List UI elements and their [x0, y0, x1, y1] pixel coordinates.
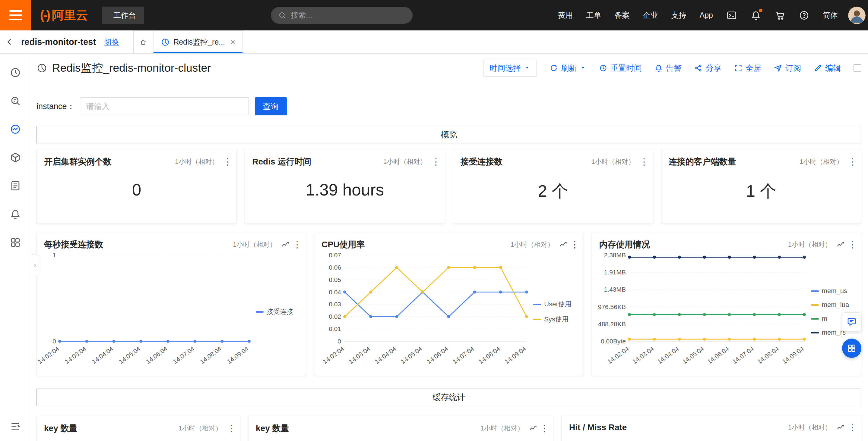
legend-item[interactable]: Sys使用 [533, 315, 582, 324]
nav-enterprise[interactable]: 企业 [643, 10, 658, 20]
time-range-label: 1小时（相对） [233, 240, 276, 249]
more-menu-icon[interactable]: ⋮ [848, 157, 855, 166]
topbar: (-) 阿里云 工作台 费用 工单 备案 企业 支持 App [0, 0, 868, 30]
more-menu-icon[interactable]: ⋮ [223, 157, 230, 166]
topbar-search[interactable] [271, 7, 412, 24]
tab-redis-monitor[interactable]: Redis监控_re... × [153, 30, 243, 53]
help-icon[interactable] [799, 10, 809, 21]
search-input[interactable] [291, 11, 405, 20]
refresh-button[interactable]: 刷新 [550, 63, 586, 73]
svg-text:0.06: 0.06 [329, 264, 341, 271]
more-menu-icon[interactable]: ⋮ [848, 423, 855, 432]
line-chart: 0.070.060.050.040.030.020.01014:02:0414:… [316, 251, 532, 369]
card-title: 内存使用情况 [599, 239, 788, 250]
legend-color-dash [256, 311, 264, 313]
subscribe-icon [774, 64, 782, 72]
history-icon[interactable] [10, 67, 21, 78]
svg-text:2.38MB: 2.38MB [604, 251, 625, 259]
cloudshell-icon[interactable] [726, 10, 737, 21]
card-title: 每秒接受连接数 [44, 239, 233, 250]
nav-support[interactable]: 支持 [671, 10, 686, 20]
chart-card-cpu-usage: CPU使用率 1小时（相对） ⋮ 0.070.060.050.040.030.0… [314, 232, 584, 376]
trend-toggle-icon[interactable] [836, 240, 845, 249]
legend-item[interactable]: User使用 [533, 300, 582, 309]
svg-text:14:08:04: 14:08:04 [477, 345, 501, 365]
fullscreen-icon [734, 64, 743, 72]
svg-text:1: 1 [53, 251, 56, 259]
widget-launcher-button[interactable] [842, 339, 861, 358]
trend-toggle-icon[interactable] [559, 240, 567, 249]
aliyun-logo[interactable]: (-) 阿里云 [40, 7, 88, 24]
time-range-label: 1小时（相对） [800, 157, 843, 166]
svg-text:0: 0 [338, 338, 341, 345]
svg-text:14:04:04: 14:04:04 [373, 345, 398, 365]
legend-color-dash [811, 332, 819, 334]
collapse-sidebar-icon[interactable] [10, 420, 21, 432]
nav-tickets[interactable]: 工单 [586, 10, 601, 20]
instance-input[interactable] [80, 97, 249, 115]
time-range-label: 1小时（相对） [788, 240, 832, 249]
apps-grid-icon[interactable] [10, 237, 21, 248]
notification-bell-icon[interactable] [750, 10, 761, 21]
reset-time-icon [599, 64, 608, 72]
product-cube-icon[interactable] [10, 152, 21, 163]
time-select-button[interactable]: 时间选择 [483, 60, 537, 76]
caret-down-icon [580, 64, 586, 73]
query-button[interactable]: 查询 [255, 97, 287, 115]
language-switch[interactable]: 简体 [823, 10, 838, 20]
chart-legend: User使用Sys使用 [532, 251, 582, 373]
fullscreen-button[interactable]: 全屏 [734, 63, 761, 73]
edit-button[interactable]: 编辑 [814, 63, 841, 73]
back-button[interactable] [0, 30, 19, 53]
stat-card: 开启集群实例个数 1小时（相对） ⋮ 0 [36, 149, 237, 224]
more-menu-icon[interactable]: ⋮ [570, 240, 577, 249]
share-button[interactable]: 分享 [694, 63, 721, 73]
panel-collapse-icon[interactable] [854, 64, 861, 72]
tab-home[interactable] [133, 30, 153, 53]
main-content: Redis监控_redis-monitor-cluster 时间选择 刷新 重 [31, 54, 868, 441]
cart-icon[interactable] [775, 10, 785, 21]
edit-label: 编辑 [825, 63, 841, 73]
svg-text:0.07: 0.07 [329, 251, 341, 259]
nav-app[interactable]: App [700, 11, 713, 20]
more-menu-icon[interactable]: ⋮ [292, 240, 299, 249]
search-explore-icon[interactable] [10, 95, 21, 107]
svg-text:14:02:04: 14:02:04 [321, 345, 346, 365]
tab-close-icon[interactable]: × [230, 38, 235, 46]
legend-color-dash [811, 304, 819, 306]
svg-text:14:03:04: 14:03:04 [631, 345, 655, 365]
avatar[interactable] [848, 7, 866, 24]
help-chat-button[interactable] [842, 312, 861, 332]
switch-project-link[interactable]: 切换 [104, 37, 119, 47]
reset-time-button[interactable]: 重置时间 [599, 63, 642, 73]
alert-button[interactable]: 告警 [654, 63, 682, 73]
nav-icp[interactable]: 备案 [615, 10, 630, 20]
legend-item[interactable]: mem_us [811, 287, 860, 295]
workbench-button[interactable]: 工作台 [102, 7, 144, 24]
more-menu-icon[interactable]: ⋮ [848, 240, 855, 249]
hamburger-menu-icon[interactable] [0, 0, 31, 30]
trend-toggle-icon[interactable] [836, 423, 845, 432]
more-menu-icon[interactable]: ⋮ [227, 424, 234, 433]
nav-billing[interactable]: 费用 [558, 10, 573, 20]
form-doc-icon[interactable] [10, 180, 21, 192]
trend-toggle-icon[interactable] [529, 424, 537, 433]
legend-item[interactable]: mem_lua [811, 301, 860, 309]
more-menu-icon[interactable]: ⋮ [432, 157, 438, 166]
svg-text:14:08:04: 14:08:04 [199, 345, 223, 365]
monitor-dashboard-icon[interactable] [10, 124, 21, 135]
legend-label: Sys使用 [544, 315, 568, 324]
chart-area: 2.38MB1.91MB1.43MB976.56KB488.28KB0.00By… [594, 251, 810, 373]
alert-bell-icon[interactable] [10, 208, 21, 220]
sidebar-expand-handle[interactable] [31, 255, 39, 276]
more-menu-icon[interactable]: ⋮ [540, 424, 547, 433]
more-menu-icon[interactable]: ⋮ [640, 157, 646, 166]
time-range-label: 1小时（相对） [788, 423, 832, 432]
subscribe-button[interactable]: 订阅 [774, 63, 801, 73]
legend-item[interactable]: 接受连接 [256, 307, 305, 316]
bottom-card-key-count-chart: key 数量 1小时（相对） ⋮ [248, 416, 554, 441]
trend-toggle-icon[interactable] [281, 240, 289, 249]
svg-text:14:05:04: 14:05:04 [681, 345, 705, 365]
svg-text:14:07:04: 14:07:04 [731, 345, 755, 365]
svg-text:14:09:04: 14:09:04 [226, 345, 250, 365]
